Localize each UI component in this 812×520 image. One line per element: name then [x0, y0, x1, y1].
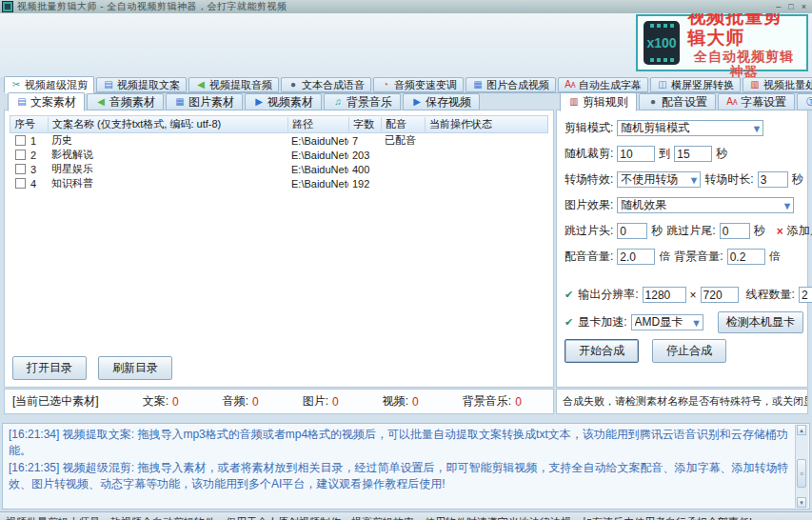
start-compose-button[interactable]: 开始合成 — [564, 339, 639, 363]
add-intro-outro-label[interactable]: 添加片头片尾 — [787, 223, 812, 239]
tab-icon: ▤ — [16, 97, 28, 107]
bg-volume-input[interactable] — [727, 249, 765, 265]
open-directory-button[interactable]: 打开目录 — [12, 356, 87, 380]
main-tab[interactable]: ◀ 视频提取音频 — [188, 77, 279, 92]
col-num[interactable]: 序号 — [10, 117, 49, 131]
main-tab[interactable]: ▦ 图片合成视频 — [465, 77, 556, 92]
transition-select[interactable]: 不使用转场 ▼ — [617, 171, 701, 188]
resolution-height-input[interactable] — [701, 287, 739, 303]
clip-mode-label: 剪辑模式: — [564, 120, 613, 136]
detect-gpu-button[interactable]: 检测本机显卡 — [718, 311, 803, 333]
main-tab[interactable]: ◔ 音频变速变调 — [373, 77, 464, 92]
threads-input[interactable] — [799, 287, 812, 303]
tab-icon: ▤ — [103, 80, 114, 90]
row-checkbox[interactable] — [15, 135, 26, 146]
status-bar-text: 视频批量剪辑大师是一款视频全自动剪辑软件，仅用于个人原创视频制作，提高剪辑效率。… — [6, 516, 752, 520]
x-mark-icon[interactable]: × — [777, 225, 783, 238]
settings-tab[interactable]: Ⓣ 动态字幕 — [797, 93, 812, 110]
tab-icon: Aᴀ — [726, 97, 738, 107]
chevron-down-icon[interactable]: ▼ — [688, 174, 699, 186]
material-tab[interactable]: ▤ 文案素材 — [8, 92, 85, 111]
resolution-width-input[interactable] — [643, 287, 686, 303]
table-row[interactable]: 3 明星娱乐 E:\BaiduNetd... 400 — [10, 162, 548, 176]
clip-mode-select[interactable]: 随机剪辑模式 ▼ — [617, 120, 763, 136]
main-tab[interactable]: ● 文本合成语音 — [281, 77, 371, 92]
scroll-up-icon[interactable]: ▲ — [797, 425, 806, 435]
tab-icon: ▶ — [253, 97, 265, 107]
to-label: 到 — [659, 146, 670, 162]
material-tab[interactable]: ▶ 视频素材 — [245, 93, 322, 110]
cut-from-input[interactable] — [617, 146, 655, 162]
main-tab[interactable]: ✂ 视频超级混剪 — [4, 76, 94, 93]
tab-label: 视频提取音频 — [209, 78, 272, 92]
scrollbar-thumb[interactable]: ≡ — [797, 459, 806, 488]
skip-tail-label: 跳过片尾: — [666, 223, 715, 239]
log-lines: [16:21:34] 视频提取文案: 拖拽导入mp3格式的音频或者mp4格式的视… — [9, 427, 792, 492]
material-tab[interactable]: ◀ 音频素材 — [87, 93, 164, 110]
table-row[interactable]: 1 历史 E:\BaiduNetd... 7 已配音 — [10, 133, 548, 148]
tab-label: 视频批量处理 — [763, 78, 812, 92]
material-tab[interactable]: ▶ 保存视频 — [403, 93, 480, 110]
maximize-button[interactable]: □ — [788, 2, 793, 11]
transition-length-label: 转场时长: — [704, 171, 753, 188]
checked-checkbox-icon[interactable]: ✔ — [564, 316, 573, 329]
settings-tab[interactable]: Aᴀ 字幕设置 — [718, 93, 795, 110]
main-tab[interactable]: Aᴀ 自动生成字幕 — [558, 77, 648, 92]
material-table: 序号 文案名称 (仅支持txt格式, 编码: utf-8) 路径 字数 配音 当… — [10, 115, 548, 190]
scroll-down-icon[interactable]: ▼ — [797, 497, 806, 508]
col-voice[interactable]: 配音 — [382, 117, 426, 131]
col-path[interactable]: 路径 — [288, 117, 349, 131]
skip-tail-input[interactable] — [720, 223, 750, 239]
refresh-directory-button[interactable]: 刷新目录 — [98, 356, 172, 380]
col-name[interactable]: 文案名称 (仅支持txt格式, 编码: utf-8) — [49, 117, 288, 131]
chevron-down-icon[interactable]: ▼ — [751, 123, 762, 134]
settings-tab[interactable]: ● 配音设置 — [639, 93, 716, 110]
clip-mode-row: 剪辑模式: 随机剪辑模式 ▼ — [564, 120, 803, 136]
app-icon — [2, 1, 13, 12]
row-checkbox[interactable] — [15, 164, 26, 174]
table-row[interactable]: 4 知识科普 E:\BaiduNetd... 192 — [10, 176, 548, 190]
bg-volume-label: 背景音量: — [674, 249, 723, 265]
material-tab[interactable]: ▦ 图片素材 — [166, 93, 243, 110]
main-tab[interactable]: ▥ 视频批量处理 — [743, 77, 812, 92]
col-status[interactable]: 当前操作状态 — [426, 117, 547, 131]
minimize-button[interactable]: – — [776, 2, 781, 11]
tab-icon: ◀ — [95, 97, 107, 107]
cut-to-input[interactable] — [674, 146, 712, 162]
tab-label: 音频变速变调 — [394, 78, 457, 92]
seconds-label: 秒 — [792, 171, 803, 188]
main-tab[interactable]: ▤ 视频提取文案 — [96, 77, 187, 92]
tab-icon: ◀ — [195, 80, 207, 90]
chevron-down-icon[interactable]: ▼ — [691, 317, 702, 329]
table-row[interactable]: 2 影视解说 E:\BaiduNetd... 203 — [10, 148, 548, 162]
selection-item-value: 0 — [515, 395, 522, 409]
tab-icon: ● — [647, 97, 659, 107]
gpu-select[interactable]: AMD显卡 ▼ — [631, 314, 703, 330]
transition-length-input[interactable] — [758, 171, 788, 188]
row-checkbox[interactable] — [15, 150, 26, 160]
tab-label: 剪辑规则 — [583, 94, 628, 110]
threads-label: 线程数量: — [746, 287, 795, 303]
settings-tab[interactable]: ▥ 剪辑规则 — [560, 92, 637, 111]
seconds-label: 秒 — [651, 223, 663, 239]
image-effect-select[interactable]: 随机效果 ▼ — [617, 197, 794, 213]
random-cut-label: 随机裁剪: — [564, 146, 613, 162]
chevron-down-icon[interactable]: ▼ — [782, 200, 792, 211]
logo-subtitle: 全自动视频剪辑神器 — [687, 49, 801, 79]
compose-hint-bar: 合成失败，请检测素材名称是否有特殊符号，或关闭显卡加速后重试 — [556, 389, 808, 414]
logo-badge-text: x100 — [647, 37, 677, 49]
log-scrollbar[interactable]: ▲ ≡ ▼ — [795, 425, 808, 508]
close-button[interactable]: × — [802, 2, 806, 11]
tab-icon: ▥ — [568, 97, 580, 107]
row-checkbox[interactable] — [15, 178, 26, 189]
logo: x100 视频批量剪辑大师 全自动视频剪辑神器 — [636, 14, 808, 71]
stop-compose-button[interactable]: 停止合成 — [652, 339, 726, 363]
main-tab[interactable]: ◫ 横屏竖屏转换 — [650, 77, 741, 92]
clip-rules-panel: 剪辑模式: 随机剪辑模式 ▼ 随机裁剪: 到 秒 转场特效: 不使用转场 ▼ 转… — [556, 110, 808, 388]
col-words[interactable]: 字数 — [349, 117, 382, 131]
skip-head-input[interactable] — [617, 223, 647, 239]
selection-item-value: 0 — [252, 395, 259, 409]
material-tab[interactable]: ♫ 背景音乐 — [324, 93, 401, 110]
voice-volume-input[interactable] — [617, 249, 655, 265]
checked-checkbox-icon[interactable]: ✔ — [564, 289, 573, 301]
